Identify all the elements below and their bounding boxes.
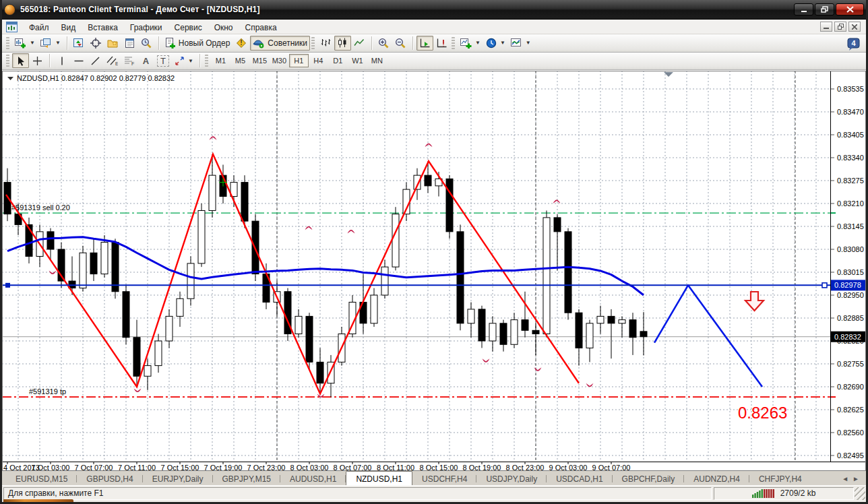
market-watch-button[interactable]: [71, 36, 88, 51]
timeframe-button-m1[interactable]: M1: [211, 54, 230, 67]
arrows-tool-button[interactable]: ▼: [172, 53, 196, 68]
indicators-button[interactable]: ▼: [458, 36, 483, 51]
new-chart-button[interactable]: ▼: [12, 36, 38, 51]
toolbar-separator: [67, 36, 67, 50]
time-axis[interactable]: 4 Oct 20137 Oct 03:007 Oct 07:007 Oct 11…: [3, 462, 630, 471]
toolbar-grip[interactable]: [6, 55, 9, 67]
child-minimize-button[interactable]: [820, 22, 832, 32]
bar-chart-icon: [320, 38, 331, 48]
status-connection-panel: 2709/2 kb: [714, 487, 854, 500]
periods-button[interactable]: ▼: [483, 36, 508, 51]
experts-button[interactable]: Советники: [250, 36, 310, 51]
price-chart[interactable]: #591319 sell 0.20#591319 tp0.82630.83535…: [2, 71, 866, 471]
channel-tool-button[interactable]: E: [104, 53, 121, 68]
vline-tool-button[interactable]: [53, 53, 70, 68]
close-icon: [846, 6, 854, 13]
menu-item-окно[interactable]: Окно: [208, 22, 239, 34]
templates-button[interactable]: ▼: [508, 36, 534, 51]
toolbar-grip[interactable]: [311, 37, 315, 49]
price-target-annotation[interactable]: 0.8263: [738, 404, 787, 422]
trendline-tool-button[interactable]: [87, 53, 104, 68]
hline-left-handle[interactable]: [5, 282, 10, 287]
timeframe-button-m30[interactable]: M30: [270, 54, 289, 67]
chart-tab-audusd-h1[interactable]: AUDUSD,H1: [280, 472, 346, 485]
minimize-button[interactable]: [794, 3, 813, 15]
menu-item-справка[interactable]: Справка: [239, 22, 283, 34]
timeframe-button-w1[interactable]: W1: [348, 54, 367, 67]
strategy-tester-button[interactable]: [138, 36, 155, 51]
zoom-in-icon: [378, 38, 389, 49]
minimize-icon: [801, 7, 807, 13]
toolbar-grip[interactable]: [205, 55, 208, 67]
chart-area[interactable]: #591319 sell 0.20#591319 tp0.82630.83535…: [2, 70, 866, 470]
navigator-button[interactable]: [104, 36, 121, 51]
menu-item-файл[interactable]: Файл: [23, 22, 55, 34]
child-close-button[interactable]: [848, 22, 861, 32]
timeframe-button-m5[interactable]: M5: [230, 54, 250, 67]
cursor-tool-button[interactable]: [12, 53, 29, 68]
terminal-button[interactable]: [121, 36, 138, 51]
chart-tab-audnzd-h4[interactable]: AUDNZD,H4: [684, 472, 749, 485]
chart-tab-chfjpy-h4[interactable]: CHFJPY,H4: [749, 472, 811, 485]
text-tool-button[interactable]: A: [137, 53, 154, 68]
chart-line-button[interactable]: [351, 36, 368, 51]
menu-item-сервис[interactable]: Сервис: [168, 22, 208, 34]
chart-background[interactable]: [2, 71, 866, 471]
window-title: 565018: Panteon Client Terminal - Демо С…: [20, 5, 794, 14]
hline-right-handle[interactable]: [822, 282, 827, 287]
toolbar-grip[interactable]: [452, 37, 455, 49]
close-button[interactable]: [836, 3, 864, 15]
timeframe-button-mn[interactable]: MN: [367, 54, 387, 67]
expert-advisor-hat-icon: [253, 38, 265, 49]
chart-tab-eurusd-m15[interactable]: EURUSD,M15: [6, 472, 77, 485]
chart-tab-gbpusd-h4[interactable]: GBPUSD,H4: [77, 472, 142, 485]
autoscroll-button[interactable]: [416, 36, 433, 51]
tabs-scroll-left-button[interactable]: ◄: [842, 475, 848, 482]
crosshair-tool-button[interactable]: [29, 53, 46, 68]
menu-item-вид[interactable]: Вид: [55, 22, 82, 34]
resize-grip[interactable]: [855, 487, 865, 500]
menu-item-вставка[interactable]: Вставка: [82, 22, 124, 34]
connection-bars-icon: [752, 489, 775, 498]
timeframe-button-h1[interactable]: H1: [289, 54, 309, 67]
candle-bullish: [80, 253, 86, 288]
chart-tab-eurjpy-daily[interactable]: EURJPY,Daily: [143, 472, 213, 485]
metaeditor-button[interactable]: !: [232, 36, 250, 51]
timeframe-button-m15[interactable]: M15: [250, 54, 270, 67]
candlestick-chart-icon: [337, 38, 348, 49]
label-tool-button[interactable]: T: [154, 53, 172, 68]
hline-tool-button[interactable]: [70, 53, 87, 68]
notification-badge[interactable]: 4: [847, 38, 861, 54]
app-logo-icon: [4, 4, 16, 15]
menu-item-графики[interactable]: Графики: [124, 22, 168, 34]
restore-icon: [821, 6, 828, 13]
timeframe-button-h4[interactable]: H4: [309, 54, 328, 67]
candle-bearish: [123, 291, 129, 337]
zoom-out-button[interactable]: [392, 36, 409, 51]
profiles-button[interactable]: ▼: [38, 36, 63, 51]
vertical-line-icon: [58, 56, 66, 66]
restore-button[interactable]: [815, 3, 834, 15]
autoscroll-icon: [419, 38, 431, 49]
child-restore-button[interactable]: [834, 22, 846, 32]
chart-candles-button[interactable]: [334, 36, 351, 51]
new-order-button[interactable]: Новый Ордер: [162, 36, 232, 51]
price-axis-label: 0.82885: [837, 314, 864, 322]
chart-tab-gbpchf-daily[interactable]: GBPCHF,Daily: [613, 472, 685, 485]
chart-tab-usdjpy-daily[interactable]: USDJPY,Daily: [476, 472, 547, 485]
chart-shift-button[interactable]: [433, 36, 450, 51]
tabs-scroll-right-button[interactable]: ►: [852, 475, 859, 482]
data-window-button[interactable]: [88, 36, 104, 51]
fibonacci-tool-button[interactable]: F: [121, 53, 137, 68]
candle-bullish: [209, 175, 216, 210]
chart-tab-nzdusd-h1[interactable]: NZDUSD,H1: [346, 471, 412, 485]
chart-tab-usdchf-h4[interactable]: USDCHF,H4: [412, 472, 476, 485]
timeframe-button-d1[interactable]: D1: [328, 54, 348, 67]
toolbar-grip[interactable]: [6, 37, 9, 49]
zoom-in-button[interactable]: [375, 36, 392, 51]
chart-bars-button[interactable]: [317, 36, 334, 51]
chart-tab-gbpjpy-m15[interactable]: GBPJPY,M15: [213, 472, 280, 485]
price-axis-label: 0.82950: [837, 291, 864, 299]
time-axis-label: 8 Oct 07:00: [334, 464, 372, 471]
chart-tab-usdcad-h1[interactable]: USDCAD,H1: [547, 472, 612, 485]
